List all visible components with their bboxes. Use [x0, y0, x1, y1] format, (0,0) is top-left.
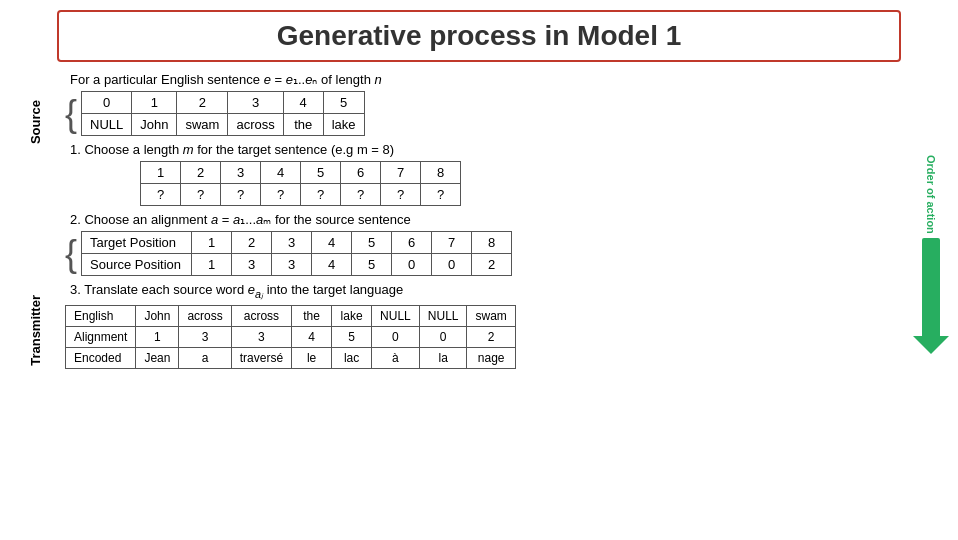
step2-text: 2. Choose an alignment a = a₁...aₘ for t… [70, 212, 898, 227]
bottom-table-section: English John across across the lake NULL… [65, 305, 898, 369]
order-label: Order of action [925, 155, 937, 234]
source-section: { 0 1 2 3 4 5 NULL John swam across the … [65, 91, 898, 136]
step3-text: 3. Translate each source word eaⱼ into t… [70, 282, 898, 301]
tp-8: 8 [472, 232, 512, 254]
small-table: 1 2 3 4 5 6 7 8 ? ? ? ? ? ? ? ? [140, 161, 461, 206]
encoded-la: la [419, 347, 467, 368]
alignment-row: Alignment 1 3 3 4 5 0 0 2 [66, 326, 516, 347]
tp-5: 5 [352, 232, 392, 254]
step1-text: 1. Choose a length m for the target sent… [70, 142, 898, 157]
align-2: 2 [467, 326, 515, 347]
align-1: 1 [136, 326, 179, 347]
source-header-row: 0 1 2 3 4 5 [82, 92, 365, 114]
small-data-row: ? ? ? ? ? ? ? ? [141, 184, 461, 206]
small-q1: ? [141, 184, 181, 206]
small-q6: ? [341, 184, 381, 206]
source-cell-swam: swam [177, 114, 228, 136]
english-null1: NULL [372, 305, 420, 326]
tp-4: 4 [312, 232, 352, 254]
source-cell-across: across [228, 114, 283, 136]
source-header-0: 0 [82, 92, 132, 114]
source-cell-null: NULL [82, 114, 132, 136]
alignment-bracket: { [65, 236, 77, 272]
main-container: Generative process in Model 1 Source Tra… [0, 0, 958, 540]
small-header-row: 1 2 3 4 5 6 7 8 [141, 162, 461, 184]
alignment-label: Alignment [66, 326, 136, 347]
small-q3: ? [221, 184, 261, 206]
align-3b: 3 [231, 326, 291, 347]
tp-1: 1 [192, 232, 232, 254]
small-q4: ? [261, 184, 301, 206]
english-across1: across [179, 305, 231, 326]
sp-3: 3 [272, 254, 312, 276]
small-q2: ? [181, 184, 221, 206]
english-lake: lake [332, 305, 372, 326]
sp-5: 5 [352, 254, 392, 276]
sp-7: 0 [432, 254, 472, 276]
small-h8: 8 [421, 162, 461, 184]
tp-6: 6 [392, 232, 432, 254]
small-q7: ? [381, 184, 421, 206]
small-h7: 7 [381, 162, 421, 184]
tp-3: 3 [272, 232, 312, 254]
align-5: 5 [332, 326, 372, 347]
formula1: For a particular English sentence e = e₁… [70, 72, 898, 87]
english-the: the [292, 305, 332, 326]
source-table: 0 1 2 3 4 5 NULL John swam across the la… [81, 91, 365, 136]
english-swam: swam [467, 305, 515, 326]
encoded-label: Encoded [66, 347, 136, 368]
small-table-section: 1 2 3 4 5 6 7 8 ? ? ? ? ? ? ? ? [140, 161, 898, 206]
english-null2: NULL [419, 305, 467, 326]
small-q5: ? [301, 184, 341, 206]
source-cell-lake: lake [323, 114, 364, 136]
order-arrow-bar [922, 238, 940, 338]
source-header-1: 1 [132, 92, 177, 114]
tp-2: 2 [232, 232, 272, 254]
small-h5: 5 [301, 162, 341, 184]
source-header-5: 5 [323, 92, 364, 114]
title-box: Generative process in Model 1 [57, 10, 901, 62]
source-label: Source [28, 100, 43, 144]
small-h2: 2 [181, 162, 221, 184]
encoded-traverse: traversé [231, 347, 291, 368]
sp-4: 4 [312, 254, 352, 276]
align-0b: 0 [419, 326, 467, 347]
source-header-4: 4 [283, 92, 323, 114]
order-arrow-head [913, 336, 949, 354]
encoded-row: Encoded Jean a traversé le lac à la nage [66, 347, 516, 368]
small-h4: 4 [261, 162, 301, 184]
source-cell-john: John [132, 114, 177, 136]
source-header-3: 3 [228, 92, 283, 114]
alignment-table: Target Position 1 2 3 4 5 6 7 8 Source P… [81, 231, 512, 276]
source-position-row: Source Position 1 3 3 4 5 0 0 2 [82, 254, 512, 276]
encoded-a: a [179, 347, 231, 368]
encoded-le: le [292, 347, 332, 368]
align-4: 4 [292, 326, 332, 347]
content-area: For a particular English sentence e = e₁… [10, 72, 948, 369]
source-cell-the: the [283, 114, 323, 136]
sp-1: 1 [192, 254, 232, 276]
sp-8: 2 [472, 254, 512, 276]
bottom-table: English John across across the lake NULL… [65, 305, 516, 369]
english-label: English [66, 305, 136, 326]
small-h1: 1 [141, 162, 181, 184]
sp-2: 3 [232, 254, 272, 276]
source-data-row: NULL John swam across the lake [82, 114, 365, 136]
small-q8: ? [421, 184, 461, 206]
target-position-label: Target Position [82, 232, 192, 254]
target-position-row: Target Position 1 2 3 4 5 6 7 8 [82, 232, 512, 254]
source-bracket: { [65, 96, 77, 132]
page-title: Generative process in Model 1 [277, 20, 682, 51]
encoded-jean: Jean [136, 347, 179, 368]
english-row: English John across across the lake NULL… [66, 305, 516, 326]
order-arrow-container: Order of action [922, 155, 940, 338]
encoded-a2: à [372, 347, 420, 368]
source-header-2: 2 [177, 92, 228, 114]
align-0a: 0 [372, 326, 420, 347]
align-3a: 3 [179, 326, 231, 347]
english-john: John [136, 305, 179, 326]
encoded-nage: nage [467, 347, 515, 368]
source-position-label: Source Position [82, 254, 192, 276]
english-across2: across [231, 305, 291, 326]
encoded-lac: lac [332, 347, 372, 368]
